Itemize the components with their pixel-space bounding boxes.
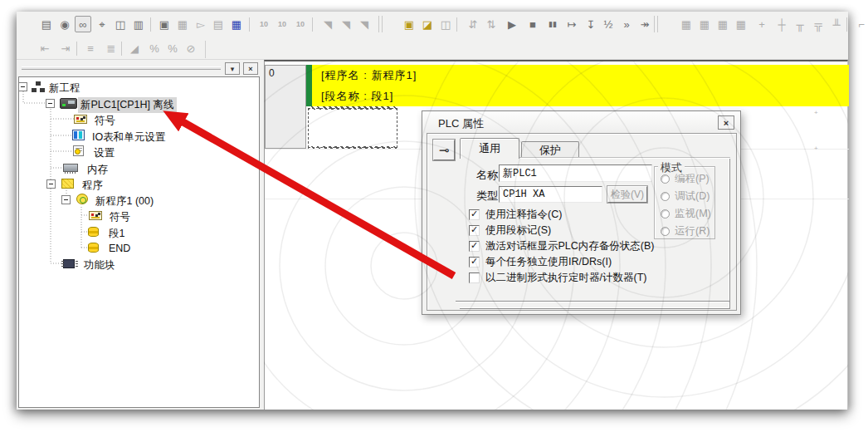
step-into-icon[interactable]: ↧ — [583, 16, 599, 32]
tree-item-program-symbols[interactable]: 符号 — [19, 209, 259, 224]
rung-list-icon[interactable]: ≡ — [82, 40, 99, 56]
new-window-icon[interactable]: ▣ — [401, 16, 417, 32]
tree-item-new-project[interactable]: 新工程 — [19, 80, 259, 96]
close-icon: × — [248, 65, 252, 73]
monitor-icon-1[interactable]: ▦ — [678, 16, 695, 32]
window-arrow-icon[interactable]: ◪ — [419, 16, 436, 32]
tree-item-function-blocks[interactable]: 功能块 — [19, 257, 259, 272]
select-hand-icon[interactable]: ▻ — [193, 16, 209, 32]
panel-close-button[interactable]: × — [243, 62, 258, 75]
radio-run[interactable]: 运行(R) — [661, 224, 710, 238]
monitor-icon-4[interactable]: ▦ — [733, 16, 749, 32]
tab-protection[interactable]: 保护 — [521, 141, 579, 159]
radio-monitor[interactable]: 监视(M) — [661, 207, 711, 221]
pause-icon[interactable]: ▮▮ — [544, 16, 561, 32]
tree-item-new-program[interactable]: 新程序1 (00) — [19, 193, 259, 209]
radio-debug[interactable]: 调试(D) — [661, 189, 710, 204]
io-table-icon[interactable]: ▦ — [228, 16, 245, 32]
tree-item-settings[interactable]: 设置 — [19, 145, 259, 160]
panel-drag-handle[interactable] — [22, 66, 221, 70]
new-project-icon[interactable]: ▤ — [38, 16, 55, 32]
indent-right-icon[interactable]: ⇥ — [57, 40, 74, 56]
toolbar-separator — [312, 17, 313, 32]
run-to-end-icon[interactable]: ↠ — [636, 16, 653, 32]
step-12-icon[interactable]: ½ — [600, 16, 617, 32]
checkbox-icon: ✓ — [469, 257, 480, 268]
project-workspace-panel: ▾ × 新工程 — [17, 60, 261, 410]
corner-icon[interactable]: ⌐ — [853, 16, 868, 32]
percent-icon-3[interactable]: ⊘ — [183, 40, 199, 56]
new-contact-icon[interactable]: + — [753, 16, 770, 32]
connector-icon[interactable]: ◫ — [112, 16, 129, 32]
view-glasses-icon[interactable]: ∞ — [75, 16, 91, 32]
checkbox-binary-timer-counter[interactable]: ✓ 以二进制形式执行定时器/计数器(T) — [469, 271, 646, 285]
bit-monitor-icon-1[interactable]: 10 — [256, 16, 272, 32]
rung-comment-block[interactable]: [程序名 : 新程序1] [段名称 : 段1] — [306, 65, 849, 106]
force-on-icon[interactable]: ◥ — [319, 16, 336, 32]
percent-icon-1[interactable]: % — [146, 40, 163, 56]
force-off-icon[interactable]: ◥ — [338, 16, 354, 32]
tree-item-label: 程序 — [80, 178, 105, 194]
tab-general[interactable]: 通用 — [460, 138, 519, 159]
binoculars-icon[interactable]: ⌖ — [94, 16, 110, 32]
tree-item-symbols[interactable]: 符号 — [19, 112, 259, 128]
pin-button[interactable]: ⊸ — [433, 140, 455, 160]
upload-icon[interactable]: ⇵ — [465, 16, 481, 32]
checkbox-icon: ✓ — [469, 209, 480, 220]
tree-item-end[interactable]: END — [19, 241, 259, 257]
plc-properties-dialog[interactable]: PLC 属性 × ⊸ 通用 保护 名称 新PLC1 类型 CP1H XA 检验(… — [422, 110, 741, 315]
find-icon[interactable]: ◉ — [56, 16, 73, 32]
expander-icon[interactable] — [46, 99, 55, 108]
checkbox-independent-ir-drs[interactable]: ✓ 每个任务独立使用IR/DRs(I) — [469, 255, 612, 269]
contact-icon-2[interactable]: ╥ — [792, 16, 808, 32]
tree-item-plc[interactable]: 新PLC1[CP1H] 离线 — [19, 96, 259, 112]
fast-forward-icon[interactable]: » — [618, 16, 635, 32]
tree-item-section1[interactable]: 段1 — [19, 225, 259, 241]
tree-item-memory[interactable]: 内存 — [19, 161, 259, 177]
checkbox-label: 使用注释指令(C) — [485, 208, 562, 222]
properties-icon[interactable]: ▥ — [130, 16, 147, 32]
play-icon[interactable]: ▶ — [504, 16, 520, 32]
network-icon[interactable]: ◫ — [437, 16, 454, 32]
type-input[interactable]: CP1H XA — [499, 186, 602, 203]
wand-icon[interactable]: ◢ — [126, 40, 143, 56]
tree-item-programs[interactable]: 程序 — [19, 177, 259, 193]
checkbox-use-section-marker[interactable]: ✓ 使用段标记(S) — [469, 223, 551, 238]
dialog-close-button[interactable]: × — [718, 115, 734, 130]
indent-left-icon[interactable]: ⇤ — [37, 40, 53, 56]
monitor-icon-2[interactable]: ▦ — [696, 16, 713, 32]
tree-item-label: 新PLC1[CP1H] 离线 — [78, 97, 177, 113]
rung-wrap-icon[interactable]: ≣ — [103, 40, 119, 56]
radio-program[interactable]: 编程(P) — [661, 172, 710, 186]
expander-icon[interactable] — [61, 195, 71, 204]
dialog-separator — [456, 301, 729, 302]
download-icon[interactable]: ⇅ — [483, 16, 500, 32]
name-input[interactable]: 新PLC1 — [499, 164, 652, 182]
tree-item-io-table[interactable]: IO表和单元设置 — [19, 129, 259, 145]
copy-pages-icon[interactable]: ▣ — [156, 16, 173, 32]
stop-icon[interactable]: ■ — [524, 16, 541, 32]
toolbar-group-separator — [378, 16, 383, 32]
expander-icon[interactable] — [46, 179, 56, 189]
monitor-icon-3[interactable]: ▦ — [714, 16, 731, 32]
force-cancel-icon[interactable]: ◥ — [356, 16, 373, 32]
dialog-titlebar[interactable]: PLC 属性 × — [422, 111, 740, 133]
verify-button[interactable]: 检验(V) — [607, 186, 647, 203]
checkbox-label: 激活对话框显示PLC内存备份状态(B) — [485, 239, 654, 253]
expander-icon[interactable] — [18, 82, 27, 91]
step-next-icon[interactable]: ↦ — [563, 16, 580, 32]
checkbox-use-comment-instructions[interactable]: ✓ 使用注释指令(C) — [469, 208, 562, 222]
program-folder-icon — [61, 179, 74, 189]
grid-view-icon[interactable]: ▦ — [174, 16, 191, 32]
bit-monitor-icon-3[interactable]: 10 — [292, 16, 309, 32]
ladder-cursor-cell[interactable] — [308, 108, 397, 148]
contact-icon-3[interactable]: ╦ — [810, 16, 827, 32]
contact-icon-4[interactable]: ╨ — [828, 16, 845, 32]
contact-icon-1[interactable]: ┼ — [773, 16, 790, 32]
tree-item-label: 符号 — [107, 209, 133, 225]
bit-monitor-icon-2[interactable]: 10 — [274, 16, 290, 32]
panel-dropdown-button[interactable]: ▾ — [225, 62, 240, 75]
list-view-icon[interactable]: ▤ — [210, 16, 227, 32]
checkbox-memory-backup-status[interactable]: ✓ 激活对话框显示PLC内存备份状态(B) — [469, 239, 654, 253]
percent-icon-2[interactable]: % — [164, 40, 181, 56]
